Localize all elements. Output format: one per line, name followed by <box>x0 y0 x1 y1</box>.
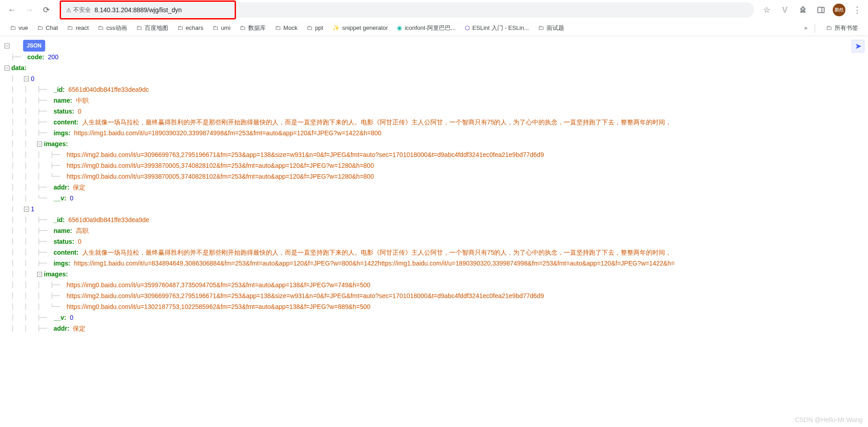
key: name <box>53 95 70 106</box>
bookmark-label: echars <box>186 24 203 31</box>
item0-name-row: │ │ ├── name :中职 <box>5 95 868 106</box>
json-badge: JSON <box>23 40 45 52</box>
tree-guide: │ │ ├── <box>5 247 53 258</box>
tree-guide: │ │ <box>5 138 37 149</box>
idx-1: 1 <box>31 204 34 214</box>
reload-button[interactable]: ⟳ <box>39 3 53 17</box>
tree-guide: │ │ ├── <box>5 117 53 128</box>
toolbar-right: ☆ V 鹏然 ⋮ <box>760 4 863 16</box>
folder-icon: 🗀 <box>98 24 104 31</box>
bookmark-label: Chat <box>46 24 58 31</box>
bookmark-baidu-map[interactable]: 🗀百度地图 <box>132 22 172 34</box>
collapse-toggle[interactable]: − <box>37 272 42 277</box>
tree-guide: │ │ ├── <box>5 95 53 106</box>
val: https://img1.baidu.com/it/u=834894649,30… <box>74 258 675 269</box>
tree-guide: │ │ ├── <box>5 258 53 269</box>
v-extension-icon[interactable]: V <box>778 4 791 16</box>
tree-guide: │ │ <box>5 269 37 280</box>
json-root-row: − JSON <box>5 40 868 52</box>
collapse-toggle[interactable]: − <box>24 76 29 81</box>
val: 0 <box>70 312 73 323</box>
val: 高职 <box>76 225 89 236</box>
bookmark-ppt[interactable]: 🗀ppt <box>303 23 327 33</box>
val: 保定 <box>73 182 85 193</box>
panel-icon[interactable] <box>815 4 827 16</box>
bookmark-eslint[interactable]: ⬡ESLint 入门 - ESLin... <box>461 22 533 34</box>
key: content <box>53 247 76 258</box>
tree-guide: │ │ │ └── <box>5 301 66 312</box>
folder-icon: 🗀 <box>37 24 43 31</box>
item0-content-row: │ │ ├── content :人生就像一场马拉松，最终赢得胜利的并不是那些刚… <box>5 117 868 128</box>
bookmark-label: react <box>75 24 89 31</box>
extensions-icon[interactable] <box>797 4 809 16</box>
key: images <box>44 138 66 149</box>
val: 人生就像一场马拉松，最终赢得胜利的并不是那些刚开始跑得最快的人，而是一直坚持跑下… <box>82 247 672 258</box>
bookmark-snippet[interactable]: ✨snippet generator <box>329 23 392 33</box>
val: 6561d040db841ffe33dea9dc <box>68 84 149 95</box>
bookmark-echars[interactable]: 🗀echars <box>174 23 207 33</box>
val: https://img0.baidu.com/it/u=3993870005,3… <box>66 171 374 182</box>
val: https://img2.baidu.com/it/u=3096699763,2… <box>66 290 544 301</box>
item1-status-row: │ │ ├── status :0 <box>5 236 868 247</box>
bookmark-umi[interactable]: 🗀umi <box>209 23 234 33</box>
folder-icon: 🗀 <box>538 24 544 31</box>
user-avatar[interactable]: 鹏然 <box>833 4 845 16</box>
item1-name-row: │ │ ├── name :高职 <box>5 225 868 236</box>
tree-guide: │ │ ├── <box>5 128 53 138</box>
val: 0 <box>70 193 73 204</box>
overflow-icon[interactable]: » <box>804 24 807 31</box>
bookmark-chat[interactable]: 🗀Chat <box>33 23 61 33</box>
item1-images-row: │ │ − images : <box>5 269 868 280</box>
folder-icon: 🗀 <box>212 24 218 31</box>
bookmark-interview[interactable]: 🗀面试题 <box>534 22 568 34</box>
select-tool-icon[interactable]: ➤ <box>852 40 864 52</box>
bookmark-css[interactable]: 🗀css动画 <box>94 22 131 34</box>
key-code: code <box>28 52 42 62</box>
collapse-toggle[interactable]: − <box>5 66 9 71</box>
url-bar[interactable]: ⚠ 不安全 8.140.31.204:8889/wjg/list_dyn <box>60 2 754 18</box>
bookmark-label: 百度地图 <box>145 24 168 32</box>
tree-guide: ├── <box>5 52 28 62</box>
key: _id <box>53 214 62 225</box>
tree-guide: │ │ ├── <box>5 312 53 323</box>
bookmark-db[interactable]: 🗀数据库 <box>236 22 269 34</box>
item0-img-1: │ │ │ ├── https://img0.baidu.com/it/u=39… <box>5 160 868 171</box>
val: 保定 <box>73 323 85 334</box>
val: https://img0.baidu.com/it/u=1302187753,1… <box>66 301 370 312</box>
tree-guide: │ │ ├── <box>5 182 53 193</box>
val: 人生就像一场马拉松，最终赢得胜利的并不是那些刚开始跑得最快的人，而是一直坚持跑下… <box>82 117 672 128</box>
val: https://img1.baidu.com/it/u=1890390320,3… <box>74 128 382 138</box>
key-data: data <box>11 62 24 73</box>
item0-images-row: │ │ − images : <box>5 138 868 149</box>
item0-addr-row: │ │ ├── addr :保定 <box>5 182 868 193</box>
tree-guide: │ <box>5 204 24 214</box>
folder-icon: 🗀 <box>136 24 142 31</box>
back-button[interactable]: ← <box>5 3 19 17</box>
item1-addr-row: │ │ ├── addr :保定 <box>5 323 868 334</box>
bookmark-label: ESLint 入门 - ESLin... <box>472 24 529 32</box>
bookmark-iconfont[interactable]: ◉iconfont-阿里巴巴... <box>393 22 459 34</box>
key: images <box>44 269 66 280</box>
all-bookmarks[interactable]: 🗀所有书签 <box>822 22 862 34</box>
key: content <box>53 117 76 128</box>
bookmark-label: vue <box>19 24 28 31</box>
val-code: 200 <box>48 52 58 62</box>
tree-guide: │ │ │ ├── <box>5 160 66 171</box>
bookmark-label: snippet generator <box>342 24 388 31</box>
key: addr <box>53 182 67 193</box>
item1-v-row: │ │ ├── __v :0 <box>5 312 868 323</box>
forward-button[interactable]: → <box>22 3 36 17</box>
watermark: CSDN @Hello-Mr.Wang <box>795 414 863 425</box>
bookmark-react[interactable]: 🗀react <box>63 23 92 33</box>
star-icon[interactable]: ☆ <box>760 4 773 16</box>
item-1-row: │ − 1 <box>5 204 868 214</box>
collapse-toggle[interactable]: − <box>24 207 29 212</box>
menu-icon[interactable]: ⋮ <box>851 4 863 16</box>
browser-toolbar: ← → ⟳ ⚠ 不安全 8.140.31.204:8889/wjg/list_d… <box>0 0 868 20</box>
bookmark-mock[interactable]: 🗀Mock <box>271 23 301 33</box>
bookmark-label: 数据库 <box>248 24 266 32</box>
collapse-toggle[interactable]: − <box>5 43 9 48</box>
bookmark-vue[interactable]: 🗀vue <box>6 23 32 33</box>
collapse-toggle[interactable]: − <box>37 142 42 147</box>
tree-guide: │ │ ├── <box>5 323 53 334</box>
